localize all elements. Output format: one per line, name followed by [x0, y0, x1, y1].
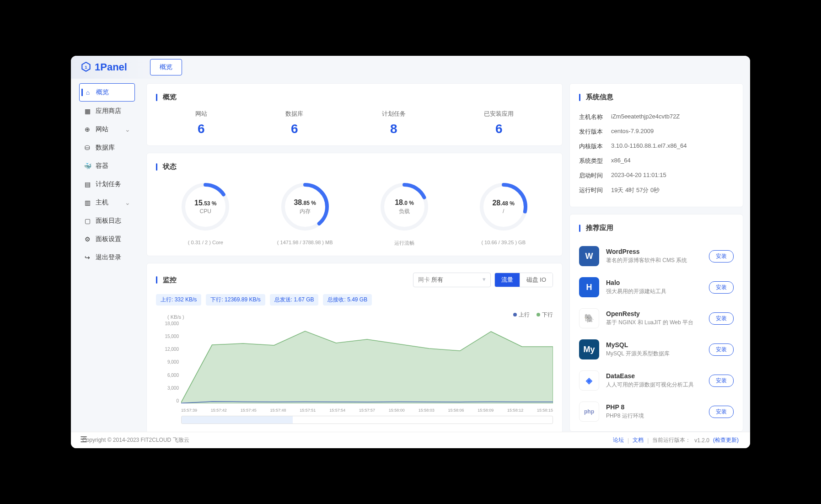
timeline-slider[interactable]: [181, 416, 553, 424]
monitor-tag: 总发送: 1.67 GB: [270, 294, 319, 306]
sidebar: ⌂概览 ▦应用商店 ⊕网站⌄ ⛁数据库 🐳容器 ▤计划任务 ▥主机⌄ ▢面板日志…: [71, 79, 140, 432]
install-button[interactable]: 安装: [709, 312, 734, 325]
info-row: 发行版本centos-7.9.2009: [579, 124, 734, 139]
install-button[interactable]: 安装: [709, 343, 734, 356]
docker-icon: 🐳: [84, 162, 91, 170]
gauge-内存[interactable]: 38.85 %内存 ( 1471.98 / 3788.98 ) MB: [277, 179, 333, 247]
svg-text:1: 1: [85, 64, 87, 70]
logout-icon: ↪: [84, 254, 91, 261]
info-row: 内核版本3.10.0-1160.88.1.el7.x86_64: [579, 139, 734, 154]
sidebar-item-logs[interactable]: ▢面板日志: [79, 212, 135, 230]
stat-item[interactable]: 计划任务8: [382, 110, 406, 136]
log-icon: ▢: [84, 217, 91, 225]
app-icon: H: [579, 277, 599, 297]
app-item-OpenResty: 🐘 OpenResty基于 NGINX 和 LuaJIT 的 Web 平台 安装: [579, 303, 734, 334]
info-row: 主机名称iZm5eeatethjp2e4cvtb72Z: [579, 110, 734, 124]
app-icon: W: [579, 246, 599, 266]
globe-icon: ⊕: [84, 126, 91, 133]
footer-forum[interactable]: 论坛: [613, 436, 624, 444]
sidebar-item-overview[interactable]: ⌂概览: [79, 83, 135, 102]
sidebar-item-settings[interactable]: ⚙面板设置: [79, 231, 135, 248]
sidebar-item-container[interactable]: 🐳容器: [79, 157, 135, 175]
home-icon: ⌂: [84, 89, 91, 96]
info-row: 系统类型x86_64: [579, 154, 734, 168]
logo-text: 1Panel: [95, 61, 127, 73]
gauge-CPU[interactable]: 15.53 %CPU ( 0.31 / 2 ) Core: [178, 179, 233, 247]
apps-card: 推荐应用 W WordPress著名的开源博客软件和 CMS 系统 安装 H H…: [569, 214, 743, 432]
app-icon: php: [579, 402, 599, 422]
sidebar-item-website[interactable]: ⊕网站⌄: [79, 121, 135, 138]
gear-icon: ⚙: [84, 236, 91, 243]
install-button[interactable]: 安装: [709, 281, 734, 294]
stat-item[interactable]: 已安装应用6: [484, 110, 514, 136]
sidebar-item-logout[interactable]: ↪退出登录: [79, 249, 135, 266]
sysinfo-card: 系统信息 主机名称iZm5eeatethjp2e4cvtb72Z发行版本cent…: [569, 83, 743, 207]
app-item-WordPress: W WordPress著名的开源博客软件和 CMS 系统 安装: [579, 241, 734, 272]
tab-diskio[interactable]: 磁盘 IO: [520, 273, 553, 287]
logo-icon: 1: [80, 61, 92, 73]
install-button[interactable]: 安装: [709, 250, 734, 263]
app-item-DataEase: ◈ DataEase人人可用的开源数据可视化分析工具 安装: [579, 365, 734, 396]
chevron-down-icon: ⌄: [125, 199, 130, 206]
status-card: 状态 15.53 %CPU ( 0.31 / 2 ) Core 38.85 %内…: [146, 153, 563, 256]
sidebar-item-host[interactable]: ▥主机⌄: [79, 194, 135, 211]
overview-title: 概览: [156, 93, 553, 102]
monitor-tag: 总接收: 5.49 GB: [323, 294, 372, 306]
install-button[interactable]: 安装: [709, 375, 734, 387]
monitor-title: 监控: [156, 276, 177, 284]
grid-icon: ▦: [84, 107, 91, 115]
monitor-card: 监控 网卡 所有 流量 磁盘 IO 上行: 332 KB/s下行: 12369.…: [146, 263, 563, 432]
apps-title: 推荐应用: [579, 224, 734, 232]
nic-select[interactable]: 网卡 所有: [413, 273, 491, 287]
calendar-icon: ▤: [84, 181, 91, 188]
footer-version-label: 当前运行版本：: [652, 436, 691, 444]
overview-card: 概览 网站6数据库6计划任务8已安装应用6: [146, 83, 563, 146]
menu-toggle-icon[interactable]: ☰: [80, 434, 87, 445]
info-row: 运行时间19天 4时 57分 0秒: [579, 183, 734, 198]
sysinfo-title: 系统信息: [579, 93, 734, 102]
sidebar-item-appstore[interactable]: ▦应用商店: [79, 102, 135, 120]
footer-version: v1.2.0: [694, 437, 709, 444]
monitor-tag: 下行: 12369.89 KB/s: [206, 294, 265, 306]
app-item-PHP 8: php PHP 8PHP8 运行环境 安装: [579, 396, 734, 427]
legend-up: 上行: [513, 311, 530, 319]
legend-down: 下行: [537, 311, 553, 319]
app-icon: 🐘: [579, 308, 599, 328]
footer-check-update[interactable]: (检查更新): [713, 436, 739, 444]
sidebar-item-cron[interactable]: ▤计划任务: [79, 176, 135, 193]
sidebar-item-database[interactable]: ⛁数据库: [79, 139, 135, 156]
stat-item[interactable]: 网站6: [195, 110, 207, 136]
footer-copyright: Copyright © 2014-2023 FIT2CLOUD 飞致云: [82, 436, 189, 444]
tab-traffic[interactable]: 流量: [495, 273, 520, 287]
traffic-chart: ( KB/s ) 18,00015,00012,0009,0006,0003,0…: [161, 321, 553, 413]
monitor-tag: 上行: 332 KB/s: [156, 294, 201, 306]
app-icon: My: [579, 339, 599, 359]
info-row: 启动时间2023-04-20 11:01:15: [579, 168, 734, 183]
stat-item[interactable]: 数据库6: [285, 110, 303, 136]
server-icon: ▥: [84, 199, 91, 206]
logo[interactable]: 1 1Panel: [80, 61, 127, 73]
gauge-/[interactable]: 28.48 %/ ( 10.66 / 39.25 ) GB: [476, 179, 531, 247]
gauge-负载[interactable]: 18.0 %负载 运行流畅: [377, 179, 432, 247]
status-title: 状态: [156, 162, 553, 171]
app-item-Halo: H Halo强大易用的开源建站工具 安装: [579, 272, 734, 303]
app-item-MySQL: My MySQLMySQL 开源关系型数据库 安装: [579, 334, 734, 365]
app-icon: ◈: [579, 370, 599, 391]
top-tab-overview[interactable]: 概览: [150, 59, 182, 75]
chevron-down-icon: ⌄: [125, 126, 130, 133]
install-button[interactable]: 安装: [709, 406, 734, 418]
footer-docs[interactable]: 文档: [633, 436, 644, 444]
database-icon: ⛁: [84, 144, 91, 151]
